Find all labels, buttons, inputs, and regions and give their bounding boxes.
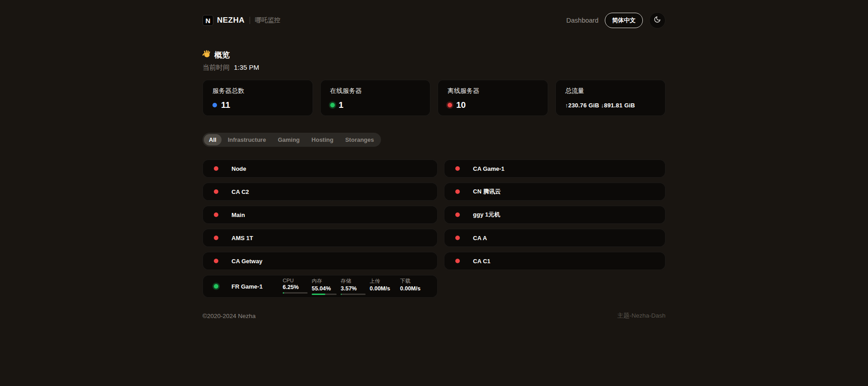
server-row-node[interactable]: Node (203, 159, 438, 178)
tab-all[interactable]: All (204, 134, 222, 145)
waving-hand-icon (203, 49, 211, 60)
logo-icon: N (203, 15, 213, 26)
cpu-progress-bar (283, 292, 308, 294)
language-button[interactable]: 简体中文 (605, 13, 643, 28)
server-name: Node (231, 165, 246, 172)
card-online-servers: 在线服务器 1 (320, 80, 431, 116)
current-time-line: 当前时间 1:35 PM (203, 63, 665, 72)
theme-toggle-button[interactable] (649, 12, 665, 29)
card-value: 10 (456, 100, 466, 110)
server-row-cn-tencent[interactable]: CN 腾讯云 (444, 183, 665, 201)
brand-divider (250, 17, 250, 24)
server-grid: Node CA C2 Main AMS 1T CA Getway FR Game (203, 159, 665, 298)
server-name: ggy 1元机 (473, 211, 500, 219)
brand-name: NEZHA (217, 16, 245, 25)
server-row-fr-game-1[interactable]: FR Game-1 CPU 6.25% 内存 55.04% 存储 3.57% (203, 275, 438, 298)
server-row-main[interactable]: Main (203, 206, 438, 224)
server-column-right: CA Game-1 CN 腾讯云 ggy 1元机 CA A CA C1 (444, 159, 665, 270)
server-row-ca-c1[interactable]: CA C1 (444, 252, 665, 270)
status-dot-icon (455, 259, 460, 263)
status-dot-icon (214, 189, 218, 194)
server-row-ca-a[interactable]: CA A (444, 229, 665, 247)
memory-progress-bar (312, 294, 337, 295)
stat-cards: 服务器总数 11 在线服务器 1 离线服务器 10 总流量 ↑230.76 Gi… (203, 80, 665, 116)
traffic-value: ↑230.76 GiB ↓891.81 GiB (565, 102, 656, 109)
nav-dashboard-link[interactable]: Dashboard (566, 17, 598, 24)
tab-hosting[interactable]: Hosting (306, 134, 339, 145)
card-label: 在线服务器 (330, 87, 421, 95)
storage-progress-bar (341, 294, 366, 295)
copyright-text: ©2020-2024 Nezha (203, 313, 256, 319)
time-value: 1:35 PM (234, 63, 259, 71)
offline-dot-icon (448, 103, 452, 107)
tab-gaming[interactable]: Gaming (272, 134, 305, 145)
stat-cpu: CPU 6.25% (283, 278, 308, 295)
card-label: 服务器总数 (212, 87, 303, 95)
page-title: 概览 (214, 50, 230, 60)
card-value: 1 (339, 100, 344, 110)
header-actions: Dashboard 简体中文 (566, 12, 665, 29)
stat-upload: 上传 0.00M/s (370, 278, 396, 295)
status-dot-icon (455, 166, 460, 171)
server-stats: CPU 6.25% 内存 55.04% 存储 3.57% (283, 278, 426, 295)
status-dot-icon (455, 189, 460, 194)
server-column-left: Node CA C2 Main AMS 1T CA Getway FR Game (203, 159, 438, 298)
tab-storanges[interactable]: Storanges (340, 134, 380, 145)
status-dot-icon (214, 284, 218, 289)
card-label: 离线服务器 (448, 87, 538, 95)
time-label: 当前时间 (203, 63, 230, 71)
online-dot-icon (330, 103, 335, 107)
server-name: CN 腾讯云 (473, 188, 501, 196)
header: N NEZHA 哪吒监控 Dashboard 简体中文 (203, 0, 665, 29)
card-offline-servers: 离线服务器 10 (438, 80, 548, 116)
status-dot-icon (455, 212, 460, 217)
overview-title-row: 概览 (203, 49, 665, 60)
group-tabs: All Infrastructure Gaming Hosting Storan… (203, 133, 381, 147)
server-name: Main (231, 212, 245, 218)
server-name: CA A (473, 235, 487, 241)
card-value: 11 (221, 100, 230, 110)
server-name: CA Getway (231, 258, 262, 265)
status-dot-icon (214, 236, 218, 240)
server-name: AMS 1T (231, 235, 253, 241)
card-total-traffic: 总流量 ↑230.76 GiB ↓891.81 GiB (555, 80, 666, 116)
server-name: CA C2 (231, 188, 249, 195)
brand-logo[interactable]: N NEZHA 哪吒监控 (203, 15, 280, 26)
status-dot-icon (455, 236, 460, 240)
theme-credit-text: 主题-Nezha-Dash (617, 312, 665, 320)
moon-icon (654, 16, 661, 25)
server-row-ca-game-1[interactable]: CA Game-1 (444, 159, 665, 178)
brand-subtitle: 哪吒监控 (255, 16, 280, 24)
status-dot-icon (214, 212, 218, 217)
status-dot-icon (214, 166, 218, 171)
logo-letter: N (206, 17, 211, 24)
server-name: FR Game-1 (231, 283, 281, 290)
stat-storage: 存储 3.57% (341, 278, 366, 295)
server-row-ggy[interactable]: ggy 1元机 (444, 206, 665, 224)
server-row-ams-1t[interactable]: AMS 1T (203, 229, 438, 247)
server-name: CA C1 (473, 258, 491, 265)
tab-infrastructure[interactable]: Infrastructure (222, 134, 272, 145)
total-dot-icon (212, 103, 217, 107)
server-row-ca-getway[interactable]: CA Getway (203, 252, 438, 270)
stat-download: 下载 0.00M/s (400, 278, 426, 295)
server-name: CA Game-1 (473, 165, 505, 172)
stat-memory: 内存 55.04% (312, 278, 337, 295)
status-dot-icon (214, 259, 218, 263)
card-label: 总流量 (565, 87, 656, 95)
server-row-ca-c2[interactable]: CA C2 (203, 183, 438, 201)
footer: ©2020-2024 Nezha 主题-Nezha-Dash (203, 312, 665, 320)
card-total-servers: 服务器总数 11 (203, 80, 313, 116)
